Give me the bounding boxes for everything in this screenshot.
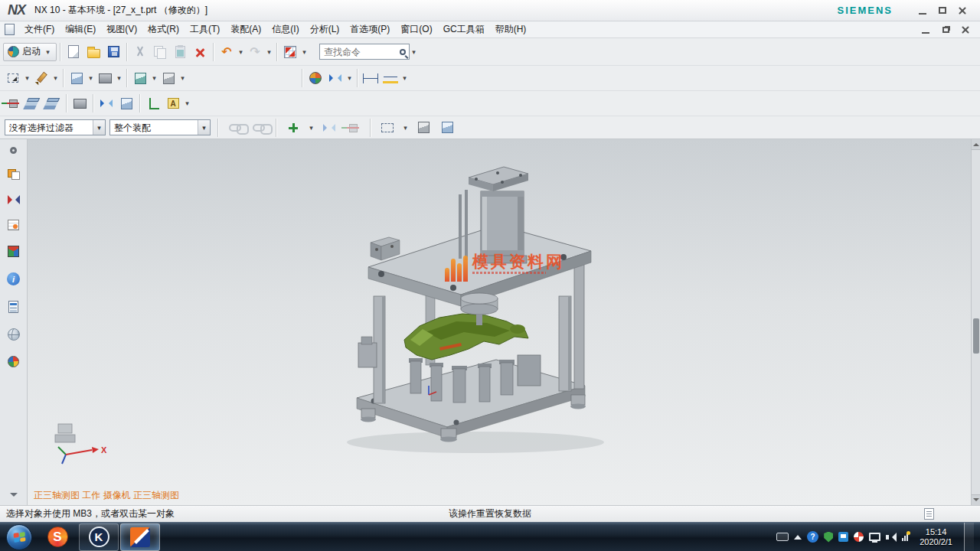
show-desktop-button[interactable]: [964, 523, 974, 551]
menu-information[interactable]: 信息(I): [266, 21, 304, 37]
menu-file[interactable]: 文件(F): [19, 21, 60, 37]
undo-button[interactable]: ↶: [217, 42, 237, 62]
rectangle-select-button[interactable]: [377, 118, 397, 138]
dimension-button[interactable]: [361, 68, 381, 88]
redo-button[interactable]: ↷: [245, 42, 265, 62]
menu-assembly[interactable]: 装配(A): [225, 21, 266, 37]
selection-box-button[interactable]: [3, 68, 23, 88]
network-icon[interactable]: [902, 533, 908, 541]
find-next-button[interactable]: [319, 118, 339, 138]
layer-visible-button[interactable]: [43, 93, 63, 113]
snap-add-button[interactable]: [283, 118, 303, 138]
rectangle-select-dropdown[interactable]: [401, 119, 410, 137]
input-method-icon[interactable]: [776, 533, 789, 541]
menu-analysis[interactable]: 分析(L): [305, 21, 345, 37]
measure-button[interactable]: [381, 68, 400, 88]
history-palette-icon[interactable]: [8, 301, 18, 313]
scroll-down-icon[interactable]: [972, 494, 980, 505]
open-file-button[interactable]: [83, 42, 103, 62]
start-orb-button[interactable]: [6, 524, 32, 550]
new-file-button[interactable]: [64, 42, 83, 62]
menu-window[interactable]: 窗口(O): [395, 21, 437, 37]
child-minimize-button[interactable]: [916, 22, 936, 37]
constraint-navigator-icon[interactable]: [8, 195, 20, 204]
selection-filter-dropdown-icon[interactable]: [93, 120, 105, 135]
menu-preferences[interactable]: 首选项(P): [345, 21, 395, 37]
selection-scope-combo[interactable]: 整个装配: [109, 119, 211, 135]
copy-button[interactable]: [150, 42, 170, 62]
snap-point-button[interactable]: [305, 68, 325, 88]
internet-explorer-icon[interactable]: i: [7, 272, 20, 285]
measure-dropdown[interactable]: [400, 69, 409, 87]
graphics-window[interactable]: 模具资料网 X 正三轴测图 工作 摄像机 正三轴测图: [28, 139, 971, 505]
menu-tools[interactable]: 工具(T): [185, 21, 225, 37]
datum-plane-button[interactable]: [67, 68, 87, 88]
reuse-library-icon[interactable]: [8, 246, 19, 257]
help-tray-icon[interactable]: ?: [807, 531, 818, 543]
start-menu-button[interactable]: 启动: [3, 43, 57, 61]
unite-dropdown[interactable]: [178, 69, 187, 87]
display-tray-icon[interactable]: [869, 533, 880, 541]
shaded-wireframe-button[interactable]: [437, 118, 457, 138]
datum-plane-dropdown[interactable]: [87, 69, 95, 87]
command-search-input[interactable]: [319, 44, 410, 60]
solid-body-dropdown[interactable]: [115, 69, 123, 87]
menu-format[interactable]: 格式(R): [142, 21, 185, 37]
search-dropdown[interactable]: [410, 43, 418, 61]
volume-icon[interactable]: [886, 533, 897, 542]
taskbar-sogou-button[interactable]: S: [38, 523, 77, 551]
selection-filter-combo[interactable]: 没有选择过滤器: [5, 119, 106, 135]
web-browser-icon[interactable]: [8, 328, 20, 341]
extrude-button[interactable]: [130, 68, 150, 88]
roles-gear-icon[interactable]: [10, 147, 17, 154]
taskbar-k-app-button[interactable]: K: [79, 523, 119, 551]
display-mode-button[interactable]: [70, 93, 90, 113]
security-tray-icon[interactable]: [824, 532, 833, 543]
redo-dropdown[interactable]: [265, 43, 273, 61]
solid-body-button[interactable]: [95, 68, 115, 88]
assembly-navigator-icon[interactable]: [8, 169, 20, 180]
extrude-dropdown[interactable]: [150, 69, 158, 87]
assembly-constraints-button[interactable]: [325, 68, 345, 88]
shaded-solid-button[interactable]: [413, 118, 433, 138]
selection-scope-dropdown-icon[interactable]: [198, 120, 210, 135]
menu-edit[interactable]: 编辑(E): [60, 21, 101, 37]
delete-button[interactable]: [190, 42, 210, 62]
minimize-button[interactable]: [913, 3, 933, 18]
system-materials-icon[interactable]: [8, 356, 19, 367]
part-navigator-icon[interactable]: [8, 220, 19, 230]
snap-add-dropdown[interactable]: [307, 119, 315, 137]
scroll-up-icon[interactable]: [972, 139, 980, 150]
orient-view-button[interactable]: [96, 93, 116, 113]
interpart-link-button[interactable]: [249, 118, 269, 138]
maximize-button[interactable]: [933, 3, 952, 18]
child-restore-button[interactable]: [936, 22, 956, 37]
status-report-icon[interactable]: [924, 508, 934, 520]
menu-gc-toolbox[interactable]: GC工具箱: [438, 21, 490, 37]
menu-help[interactable]: 帮助(H): [490, 21, 532, 37]
taskbar-clock[interactable]: 15:14 2020/2/1: [920, 527, 952, 547]
highlight-link-button[interactable]: [225, 118, 245, 138]
annotation-button[interactable]: A: [163, 93, 183, 113]
menu-view[interactable]: 视图(V): [101, 21, 142, 37]
undo-dropdown[interactable]: [237, 43, 245, 61]
sketch-dropdown[interactable]: [51, 69, 60, 87]
scrollbar-thumb[interactable]: [973, 318, 979, 354]
close-button[interactable]: [952, 3, 972, 18]
constraints-dropdown[interactable]: [345, 69, 354, 87]
taskbar-nx-button[interactable]: [120, 523, 160, 551]
messenger-tray-icon[interactable]: [838, 532, 848, 542]
update-tray-icon[interactable]: [854, 532, 864, 542]
unite-button[interactable]: [158, 68, 178, 88]
sketch-button[interactable]: [31, 68, 51, 88]
vertical-scrollbar[interactable]: [971, 139, 980, 505]
rotate-view-button[interactable]: [116, 93, 136, 113]
move-component-button[interactable]: [3, 93, 23, 113]
layer-settings-button[interactable]: [23, 93, 43, 113]
annotation-dropdown[interactable]: [183, 94, 191, 112]
selection-box-dropdown[interactable]: [23, 69, 31, 87]
cut-button[interactable]: [130, 42, 150, 62]
part-document-icon[interactable]: [5, 24, 15, 35]
sidebar-collapse-icon[interactable]: [10, 493, 18, 500]
save-button[interactable]: [103, 42, 123, 62]
